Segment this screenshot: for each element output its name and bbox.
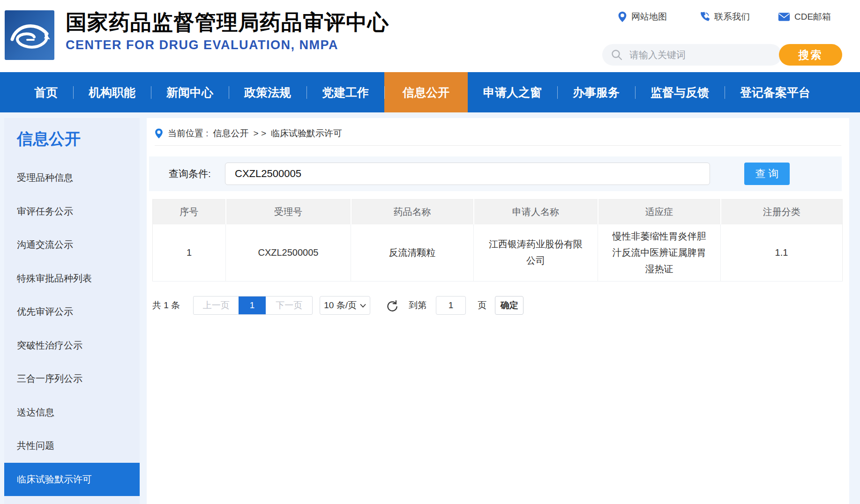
sidebar-item-common-issues[interactable]: 共性问题 bbox=[4, 429, 140, 463]
quick-link-label: CDE邮箱 bbox=[794, 11, 831, 23]
sidebar-item-priority-review[interactable]: 优先审评公示 bbox=[4, 295, 140, 329]
fish-logo-icon bbox=[5, 10, 54, 60]
phone-icon bbox=[699, 12, 710, 22]
site-header: 国家药品监督管理局药品审评中心 CENTER FOR DRUG EVALUATI… bbox=[0, 0, 860, 72]
sidebar-item-breakthrough[interactable]: 突破性治疗公示 bbox=[4, 329, 140, 363]
pagination: 共 1 条 上一页 1 下一页 10 条/页 到第 页 确定 bbox=[152, 296, 523, 315]
nav-item-functions[interactable]: 机构职能 bbox=[73, 72, 151, 112]
quick-link-mail[interactable]: CDE邮箱 bbox=[778, 10, 831, 23]
col-header-indication: 适应症 bbox=[598, 200, 721, 224]
cell-indication: 慢性非萎缩性胃炎伴胆汁反流中医辨证属脾胃湿热证 bbox=[598, 224, 721, 282]
quick-link-sitemap[interactable]: 网站地图 bbox=[618, 10, 667, 23]
goto-page-input[interactable] bbox=[436, 296, 466, 315]
breadcrumb-separator: > > bbox=[254, 128, 266, 139]
sidebar-item-special-approval[interactable]: 特殊审批品种列表 bbox=[4, 262, 140, 296]
site-titles: 国家药品监督管理局药品审评中心 CENTER FOR DRUG EVALUATI… bbox=[66, 10, 389, 52]
sidebar-list: 受理品种信息 审评任务公示 沟通交流公示 特殊审批品种列表 优先审评公示 突破性… bbox=[4, 161, 140, 496]
main-nav: 首页 机构职能 新闻中心 政策法规 党建工作 信息公开 申请人之窗 办事服务 监… bbox=[0, 72, 860, 112]
prev-page-button[interactable]: 上一页 bbox=[194, 296, 239, 314]
nav-item-policy[interactable]: 政策法规 bbox=[229, 72, 307, 112]
sidebar-title: 信息公开 bbox=[17, 128, 140, 150]
nav-item-supervision[interactable]: 监督与反馈 bbox=[635, 72, 725, 112]
nav-item-applicant[interactable]: 申请人之窗 bbox=[468, 72, 557, 112]
refresh-button[interactable] bbox=[386, 299, 399, 312]
sidebar: 信息公开 受理品种信息 审评任务公示 沟通交流公示 特殊审批品种列表 优先审评公… bbox=[4, 118, 140, 504]
sidebar-item-accepted-products[interactable]: 受理品种信息 bbox=[4, 161, 140, 195]
breadcrumb: 当前位置 : 信息公开 > > 临床试验默示许可 bbox=[155, 126, 342, 141]
breadcrumb-section[interactable]: 信息公开 bbox=[213, 127, 249, 140]
next-page-button[interactable]: 下一页 bbox=[266, 296, 312, 314]
query-input[interactable] bbox=[225, 163, 710, 185]
mail-icon bbox=[778, 12, 790, 22]
quick-link-contact[interactable]: 联系我们 bbox=[699, 10, 750, 23]
nav-item-news[interactable]: 新闻中心 bbox=[151, 72, 229, 112]
query-button[interactable]: 查 询 bbox=[744, 163, 790, 185]
nav-item-party[interactable]: 党建工作 bbox=[307, 72, 384, 112]
breadcrumb-pin-icon bbox=[155, 128, 163, 139]
sidebar-item-communication[interactable]: 沟通交流公示 bbox=[4, 228, 140, 262]
sidebar-item-three-in-one[interactable]: 三合一序列公示 bbox=[4, 362, 140, 396]
cell-reg-class: 1.1 bbox=[721, 224, 843, 282]
breadcrumb-current: 临床试验默示许可 bbox=[271, 127, 342, 140]
search-button[interactable]: 搜索 bbox=[779, 44, 842, 66]
cde-logo[interactable] bbox=[5, 10, 54, 60]
search-input[interactable] bbox=[602, 44, 782, 66]
cell-applicant: 江西银涛药业股份有限公司 bbox=[474, 224, 598, 282]
table-row: 1 CXZL2500005 反流清颗粒 江西银涛药业股份有限公司 慢性非萎缩性胃… bbox=[153, 224, 843, 282]
search-icon bbox=[611, 49, 623, 61]
breadcrumb-divider bbox=[155, 145, 841, 146]
sidebar-item-clinical-trial-implied-license[interactable]: 临床试验默示许可 bbox=[4, 463, 140, 497]
col-header-acceptance-no: 受理号 bbox=[226, 200, 351, 224]
page-size-value: 10 条/页 bbox=[324, 299, 357, 311]
result-table: 序号 受理号 药品名称 申请人名称 适应症 注册分类 1 CXZL2500005… bbox=[152, 199, 843, 282]
quick-link-label: 网站地图 bbox=[631, 11, 667, 23]
col-header-index: 序号 bbox=[153, 200, 226, 224]
breadcrumb-prefix: 当前位置 : bbox=[168, 127, 209, 140]
col-header-drug-name: 药品名称 bbox=[351, 200, 474, 224]
sidebar-item-delivery-info[interactable]: 送达信息 bbox=[4, 396, 140, 430]
pagination-total: 共 1 条 bbox=[152, 299, 180, 311]
site-subtitle: CENTER FOR DRUG EVALUATION, NMPA bbox=[66, 38, 389, 52]
nav-item-registration[interactable]: 登记备案平台 bbox=[725, 72, 826, 112]
query-panel: 查询条件: bbox=[149, 156, 842, 191]
goto-label: 到第 bbox=[409, 299, 426, 311]
query-label: 查询条件: bbox=[169, 156, 211, 191]
nav-item-home[interactable]: 首页 bbox=[19, 72, 73, 112]
content-panel: 当前位置 : 信息公开 > > 临床试验默示许可 查询条件: 查 询 序号 受理… bbox=[147, 118, 849, 504]
header-search bbox=[602, 44, 782, 66]
col-header-reg-class: 注册分类 bbox=[721, 200, 843, 224]
nav-item-services[interactable]: 办事服务 bbox=[557, 72, 635, 112]
quick-link-label: 联系我们 bbox=[714, 11, 750, 23]
page-unit-label: 页 bbox=[478, 299, 486, 311]
cell-index: 1 bbox=[153, 224, 226, 282]
cell-drug-name: 反流清颗粒 bbox=[351, 224, 474, 282]
chevron-down-icon bbox=[360, 304, 366, 308]
pager: 上一页 1 下一页 bbox=[193, 296, 313, 315]
page-size-select[interactable]: 10 条/页 bbox=[320, 296, 370, 315]
col-header-applicant: 申请人名称 bbox=[474, 200, 598, 224]
current-page-button[interactable]: 1 bbox=[239, 296, 266, 314]
nav-item-info-disclosure[interactable]: 信息公开 bbox=[384, 72, 468, 112]
site-title: 国家药品监督管理局药品审评中心 bbox=[66, 10, 389, 35]
cell-acceptance-no: CXZL2500005 bbox=[226, 224, 351, 282]
refresh-icon bbox=[386, 299, 398, 312]
table-header-row: 序号 受理号 药品名称 申请人名称 适应症 注册分类 bbox=[153, 200, 843, 224]
location-pin-icon bbox=[618, 11, 627, 22]
sidebar-item-review-tasks[interactable]: 审评任务公示 bbox=[4, 195, 140, 229]
confirm-button[interactable]: 确定 bbox=[495, 296, 523, 315]
